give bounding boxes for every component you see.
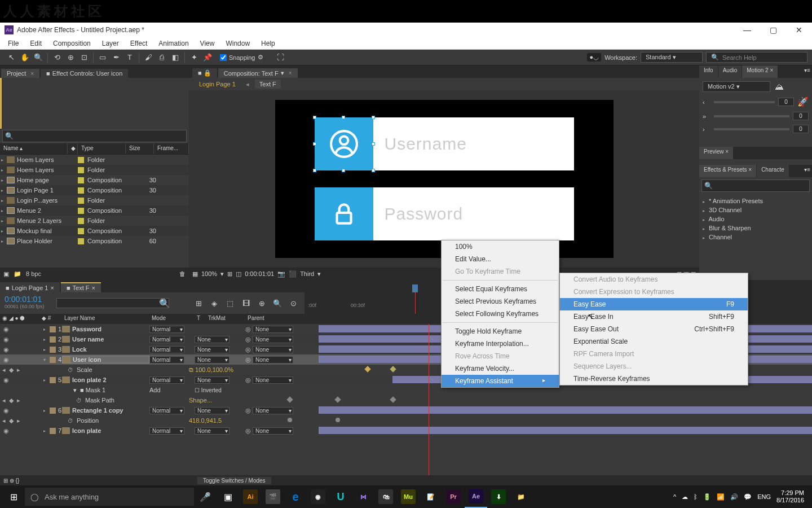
tray-wifi-icon[interactable]: 📶 bbox=[717, 493, 725, 501]
col-label[interactable]: ◆ bbox=[68, 143, 78, 154]
project-search-input[interactable]: 🔍 bbox=[2, 130, 187, 142]
tl-icon4[interactable]: 🎞 bbox=[240, 297, 252, 309]
tab-project[interactable]: Project× bbox=[1, 69, 39, 78]
prop-maskpath[interactable]: ◂◆▸⏱Mask PathShape... bbox=[0, 395, 812, 405]
menu-window[interactable]: Window bbox=[220, 40, 255, 47]
snapping-checkbox[interactable] bbox=[220, 54, 227, 61]
tl-icon6[interactable]: 🔍 bbox=[271, 297, 284, 309]
tab-effects-presets[interactable]: Effects & Presets × bbox=[699, 165, 756, 177]
tab-motion2[interactable]: Motion 2 × bbox=[742, 65, 778, 78]
channel-icon[interactable]: ⬛ bbox=[289, 270, 297, 278]
time-display[interactable]: 0:00:01:01 bbox=[245, 270, 274, 277]
slider2[interactable] bbox=[714, 115, 789, 117]
project-row[interactable]: ▸Place HolderComposition60 bbox=[0, 236, 189, 246]
panel-menu-icon[interactable]: ▾≡ bbox=[802, 65, 812, 78]
context-menu-item[interactable]: Select Following Keyframes bbox=[442, 308, 559, 320]
app-premiere[interactable]: Pr bbox=[442, 485, 465, 508]
start-button[interactable]: ⊞ bbox=[2, 485, 25, 508]
tl-icon5[interactable]: ⊕ bbox=[255, 297, 268, 309]
tray-volume-icon[interactable]: 🔊 bbox=[730, 493, 738, 501]
app-notes[interactable]: 📝 bbox=[420, 485, 442, 508]
folder-new-icon[interactable]: 📁 bbox=[14, 270, 21, 278]
timeline-layer-row[interactable]: ◉ ▸6 Rectangle 1 copy Normal None ◎ None bbox=[0, 405, 812, 415]
cortana-search[interactable]: ◯Ask me anything bbox=[25, 488, 194, 506]
hand-tool-icon[interactable]: ✋ bbox=[19, 51, 31, 64]
tray-battery-icon[interactable]: 🔋 bbox=[703, 493, 711, 501]
puppet-tool-icon[interactable]: 📌 bbox=[201, 51, 214, 64]
res-icon[interactable]: ⊞ bbox=[227, 270, 232, 278]
menu-layer[interactable]: Layer bbox=[96, 40, 125, 47]
interpret-icon[interactable]: ▣ bbox=[3, 270, 9, 278]
eraser-tool-icon[interactable]: ◧ bbox=[169, 51, 182, 64]
maximize-button[interactable]: ▢ bbox=[760, 23, 786, 37]
tray-bt-icon[interactable]: ᛒ bbox=[694, 493, 698, 500]
timeline-search-input[interactable] bbox=[56, 298, 169, 308]
panel-menu-icon[interactable]: ▾≡ bbox=[802, 165, 812, 177]
trash-icon[interactable]: 🗑 bbox=[179, 270, 186, 277]
selection-tool-icon[interactable]: ↖ bbox=[5, 51, 17, 64]
close-button[interactable]: ✕ bbox=[786, 23, 812, 37]
col-type[interactable]: Type bbox=[78, 143, 126, 154]
col-trkmat[interactable]: TrkMat bbox=[206, 314, 245, 324]
menu-animation[interactable]: Animation bbox=[153, 40, 194, 47]
app-idm[interactable]: ⬇ bbox=[487, 485, 510, 508]
tl-icon2[interactable]: ◈ bbox=[208, 297, 220, 309]
preset-item[interactable]: ▸ * Animation Presets bbox=[701, 196, 810, 205]
snapshot-icon[interactable]: 📷 bbox=[277, 270, 285, 278]
tl-tab-textf[interactable]: ■ Text F × bbox=[61, 282, 101, 292]
roto-tool-icon[interactable]: ✦ bbox=[188, 51, 200, 64]
search-help-input[interactable]: 🔍 Search Help bbox=[706, 52, 807, 63]
clone-tool-icon[interactable]: ⎙ bbox=[156, 51, 168, 64]
slider1-value[interactable]: 0 bbox=[778, 98, 794, 106]
minimize-button[interactable]: — bbox=[734, 23, 760, 37]
presets-search-input[interactable]: 🔍 bbox=[701, 179, 810, 192]
context-menu-item[interactable]: Toggle Hold Keyframe bbox=[442, 325, 559, 338]
tab-character[interactable]: Characte bbox=[757, 165, 789, 177]
mountain-icon[interactable]: ⛰ bbox=[775, 82, 784, 92]
project-row[interactable]: ▸Mockup finalComposition30 bbox=[0, 226, 189, 236]
tray-up-icon[interactable]: ^ bbox=[673, 493, 676, 500]
tab-info[interactable]: Info bbox=[699, 65, 718, 78]
camera-tool-icon[interactable]: ⊕ bbox=[64, 51, 77, 64]
tl-footer-icons[interactable]: ⊞ ⊕ {} bbox=[0, 478, 39, 484]
rect-tool-icon[interactable]: ▭ bbox=[96, 51, 109, 64]
context-menu-item[interactable]: Exponential Scale bbox=[560, 335, 748, 348]
zoom-tool-icon[interactable]: 🔍 bbox=[32, 51, 45, 64]
col-parent[interactable]: Parent bbox=[245, 314, 319, 324]
app-illustrator[interactable]: Ai bbox=[239, 485, 262, 508]
context-menu-item[interactable]: Keyframe Velocity... bbox=[442, 362, 559, 375]
slider3[interactable] bbox=[714, 128, 789, 130]
context-menu-item[interactable]: Easy EaseF9 bbox=[560, 298, 748, 310]
bpc-toggle[interactable]: 8 bpc bbox=[26, 270, 41, 277]
project-row[interactable]: ▸Menue 2Composition30 bbox=[0, 205, 189, 216]
breadcrumb-login[interactable]: Login Page 1 bbox=[195, 80, 240, 89]
taskview-icon[interactable]: ▣ bbox=[217, 485, 239, 508]
context-menu-item[interactable]: Keyframe Interpolation... bbox=[442, 338, 559, 350]
brush-tool-icon[interactable]: 🖌 bbox=[142, 51, 155, 64]
tray-cloud-icon[interactable]: ☁ bbox=[682, 493, 688, 501]
menu-view[interactable]: View bbox=[195, 40, 220, 47]
pan-behind-tool-icon[interactable]: ⊡ bbox=[78, 51, 90, 64]
breadcrumb-textf[interactable]: Text F bbox=[255, 80, 281, 89]
rotate-tool-icon[interactable]: ⟲ bbox=[51, 51, 63, 64]
tab-effect-controls[interactable]: ■ Effect Controls: User icon bbox=[41, 69, 128, 78]
preset-item[interactable]: ▸ Channel bbox=[701, 233, 810, 242]
tl-icon3[interactable]: ⬚ bbox=[224, 297, 236, 309]
app-edge[interactable]: e bbox=[284, 485, 307, 508]
col-t[interactable]: T bbox=[195, 314, 206, 324]
slider3-value[interactable]: 0 bbox=[793, 125, 809, 133]
timecode-display[interactable]: 0:00:01:01 bbox=[5, 295, 52, 304]
comp-lock-icon[interactable]: ■ 🔒 bbox=[192, 68, 217, 78]
text-tool-icon[interactable]: T bbox=[123, 51, 136, 64]
slider2-value[interactable]: 0 bbox=[793, 112, 809, 120]
context-menu-item[interactable]: Easy Ease OutCtrl+Shift+F9 bbox=[560, 323, 748, 335]
prop-position[interactable]: ◂◆▸⏱Position418.0,941.5 bbox=[0, 415, 812, 426]
snapping-toggle[interactable]: Snapping ⚙ bbox=[220, 54, 263, 61]
tab-composition[interactable]: Composition: Text F ▾ × bbox=[218, 68, 298, 78]
tray-clock[interactable]: 7:29 PM 8/17/2016 bbox=[776, 489, 804, 504]
tray-lang[interactable]: ENG bbox=[757, 493, 771, 500]
project-row[interactable]: ▸Menue 2 LayersFolder bbox=[0, 216, 189, 226]
app-explorer[interactable]: 📁 bbox=[510, 485, 532, 508]
mask-icon[interactable]: ◫ bbox=[236, 270, 241, 278]
grid-icon[interactable]: ▦ bbox=[192, 270, 198, 278]
